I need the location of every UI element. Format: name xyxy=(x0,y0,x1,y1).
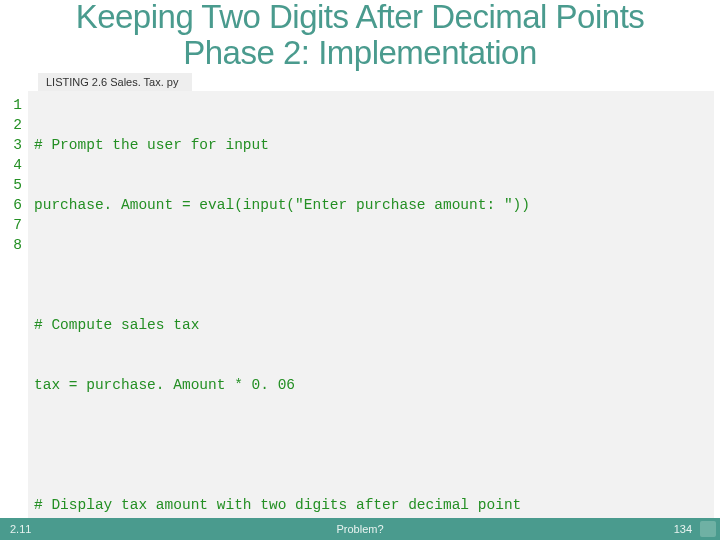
line-number: 4 xyxy=(10,155,22,175)
line-number: 8 xyxy=(10,235,22,255)
line-number: 5 xyxy=(10,175,22,195)
line-number: 3 xyxy=(10,135,22,155)
code-content: # Prompt the user for input purchase. Am… xyxy=(28,91,536,540)
listing-tab: LISTING 2.6 Sales. Tax. py xyxy=(38,73,192,91)
slide-title: Keeping Two Digits After Decimal Points … xyxy=(0,0,720,71)
title-line-1: Keeping Two Digits After Decimal Points xyxy=(40,0,680,35)
slide-footer: 2.11 Problem? 134 xyxy=(0,518,720,540)
code-listing: 1 2 3 4 5 6 7 8 # Prompt the user for in… xyxy=(6,91,714,540)
code-line: # Prompt the user for input xyxy=(34,135,530,155)
code-line: tax = purchase. Amount * 0. 06 xyxy=(34,375,530,395)
code-line: # Compute sales tax xyxy=(34,315,530,335)
footer-center-text: Problem? xyxy=(0,523,720,535)
footer-section-number: 2.11 xyxy=(10,523,31,535)
code-line: # Display tax amount with two digits aft… xyxy=(34,495,530,515)
title-line-2: Phase 2: Implementation xyxy=(40,35,680,71)
line-number: 6 xyxy=(10,195,22,215)
code-line xyxy=(34,435,530,455)
footer-page-number: 134 xyxy=(674,523,692,535)
line-number: 7 xyxy=(10,215,22,235)
code-line xyxy=(34,255,530,275)
line-number: 2 xyxy=(10,115,22,135)
footer-menu-icon[interactable] xyxy=(700,521,716,537)
line-number: 1 xyxy=(10,95,22,115)
line-number-gutter: 1 2 3 4 5 6 7 8 xyxy=(6,91,28,540)
code-line: purchase. Amount = eval(input("Enter pur… xyxy=(34,195,530,215)
